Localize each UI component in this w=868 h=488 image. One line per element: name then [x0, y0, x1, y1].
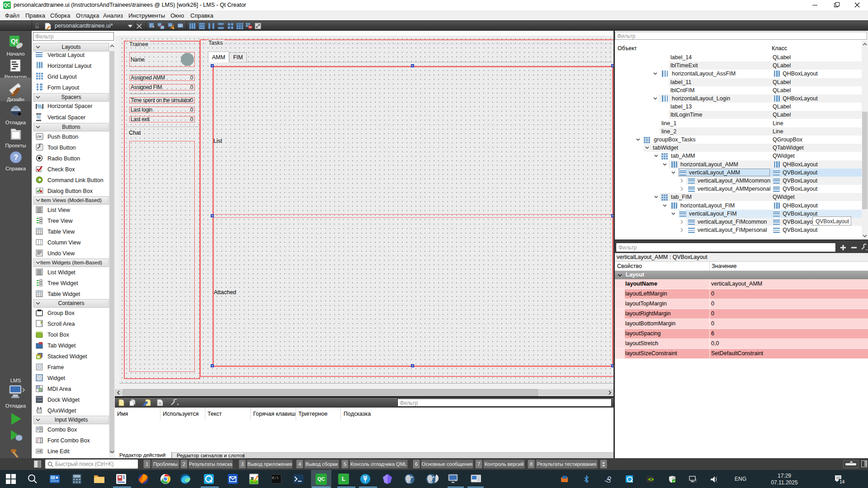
svg-text:Qt: Qt: [11, 38, 18, 45]
svg-text:AB: AB: [37, 450, 42, 453]
svg-text:?: ?: [14, 153, 18, 162]
svg-text:123: 123: [178, 24, 183, 27]
svg-text:OK: OK: [37, 135, 42, 138]
svg-text:C:\: C:\: [272, 476, 279, 480]
